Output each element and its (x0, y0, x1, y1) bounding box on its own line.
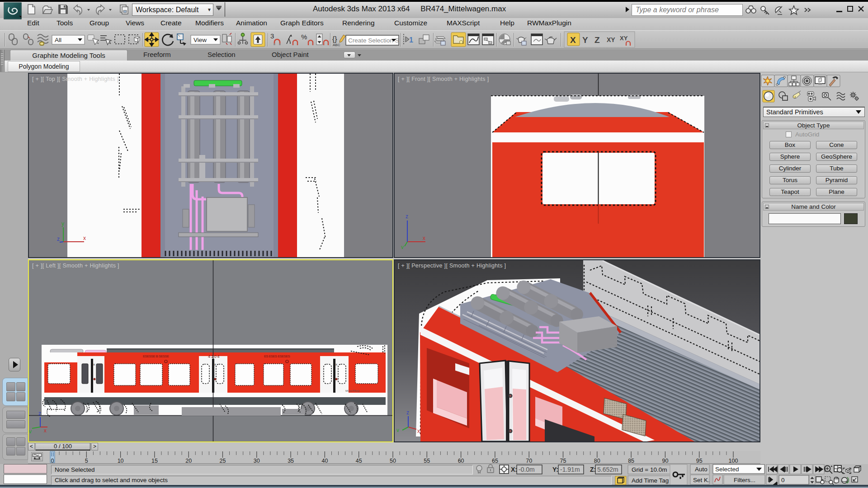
svg-text:Auto: Auto (695, 466, 708, 473)
svg-text:0: 0 (781, 477, 785, 483)
svg-text:v: v (396, 427, 399, 433)
svg-text:4104: 4104 (208, 354, 220, 359)
svg-text:XY: XY (607, 36, 615, 43)
svg-text:MCxxTRxQ: MCxxTRxQ (345, 389, 359, 392)
svg-text:z: z (57, 236, 60, 242)
svg-text:Grid = 10.0m: Grid = 10.0m (632, 466, 667, 473)
svg-text:[ + ][ Left ][ Smooth + Highli: [ + ][ Left ][ Smooth + Highlights ] (32, 263, 119, 269)
svg-text:[ + ][ Front ][ Smooth + Highl: [ + ][ Front ][ Smooth + Highlights ] (398, 76, 489, 82)
svg-text:25: 25 (220, 458, 226, 464)
svg-text:Z:: Z: (590, 466, 596, 473)
svg-text:-1.91m: -1.91m (560, 466, 580, 473)
svg-text:y: y (61, 221, 64, 227)
svg-text:X: X (570, 35, 576, 45)
svg-text:50: 50 (390, 458, 396, 464)
svg-text:Add Time Tag: Add Time Tag (632, 477, 669, 484)
svg-text:Filters...: Filters... (734, 477, 755, 483)
svg-text:30: 30 (254, 458, 260, 464)
svg-text:Selected: Selected (715, 466, 739, 473)
svg-text:Y:: Y: (552, 466, 558, 473)
svg-text:v: v (401, 244, 404, 250)
svg-text:85: 85 (628, 458, 634, 464)
svg-text:Y: Y (582, 35, 588, 45)
svg-text:Create Selection S: Create Selection S (348, 37, 399, 44)
svg-text:x: x (214, 362, 216, 366)
svg-text:X:: X: (511, 466, 517, 473)
svg-text:x: x (423, 235, 425, 241)
svg-text:3: 3 (270, 32, 274, 40)
svg-text:ABC: ABC (333, 43, 340, 47)
svg-text:x: x (335, 362, 337, 366)
svg-text:20: 20 (185, 458, 192, 464)
svg-text:80: 80 (594, 458, 600, 464)
svg-text:View: View (193, 37, 207, 43)
svg-text:10: 10 (118, 458, 124, 464)
svg-text:40: 40 (321, 458, 328, 464)
svg-text:z: z (38, 410, 41, 417)
svg-text:x: x (417, 428, 420, 434)
svg-text:75: 75 (560, 458, 566, 464)
svg-text:100: 100 (729, 458, 738, 464)
svg-text:35: 35 (288, 458, 294, 464)
svg-text:x: x (83, 235, 86, 241)
svg-text:95: 95 (696, 458, 703, 464)
svg-text:x: x (44, 427, 47, 434)
svg-text:[ + ][ Perspective ][ Smooth +: [ + ][ Perspective ][ Smooth + Highlight… (398, 263, 506, 269)
svg-text:-0.0m: -0.0m (519, 466, 535, 473)
svg-text:60: 60 (458, 458, 464, 464)
svg-text:55: 55 (424, 458, 430, 464)
svg-text:z: z (406, 409, 409, 416)
svg-text:All: All (55, 37, 61, 43)
svg-text:1: 1 (409, 36, 413, 44)
svg-text:ES ESES ESESES: ES ESES ESESES (264, 354, 290, 358)
svg-text:%: % (301, 33, 307, 41)
svg-text:XY: XY (620, 35, 628, 42)
svg-text:Z: Z (594, 35, 600, 45)
svg-text:65: 65 (492, 458, 498, 464)
svg-text:v: v (29, 428, 32, 435)
svg-text:z: z (406, 213, 408, 220)
svg-text:ESESSE B SESSE: ESESSE B SESSE (143, 354, 169, 358)
svg-text:{}: {} (332, 35, 337, 43)
svg-text:5: 5 (85, 458, 88, 464)
svg-text:Set K.: Set K. (693, 477, 710, 483)
svg-text:5.652m: 5.652m (597, 466, 618, 473)
svg-text:90: 90 (662, 458, 668, 464)
svg-text:0: 0 (51, 458, 54, 464)
svg-text:[ + ][ Top ][ Smooth + Highlig: [ + ][ Top ][ Smooth + Highlights ] (32, 76, 119, 82)
svg-text:45: 45 (356, 458, 362, 464)
svg-text:15: 15 (151, 458, 158, 464)
svg-text:70: 70 (526, 458, 532, 464)
svg-text:x: x (93, 362, 95, 366)
